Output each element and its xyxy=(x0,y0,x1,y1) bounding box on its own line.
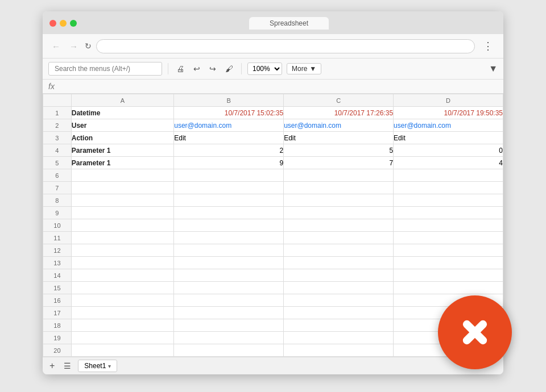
print-button[interactable]: 🖨 xyxy=(174,63,187,74)
cell-c[interactable] xyxy=(284,319,394,332)
col-header-a[interactable]: A xyxy=(71,94,173,107)
cell-d[interactable] xyxy=(394,244,503,257)
cell-b[interactable]: 9 xyxy=(174,157,284,169)
zoom-select[interactable]: 100% 75% 50% 125% 150% xyxy=(247,62,282,75)
cell-a[interactable] xyxy=(71,207,173,219)
cell-c[interactable]: 7 xyxy=(284,157,394,169)
cell-b[interactable] xyxy=(174,219,284,232)
cell-d[interactable]: Edit xyxy=(394,132,503,144)
minimize-dot[interactable] xyxy=(60,20,67,27)
cell-a[interactable] xyxy=(71,232,173,244)
maximize-dot[interactable] xyxy=(70,20,77,27)
cell-b[interactable] xyxy=(174,269,284,282)
paint-format-button[interactable]: 🖌 xyxy=(223,63,235,74)
cell-b[interactable] xyxy=(174,307,284,319)
cell-a[interactable] xyxy=(71,344,173,357)
cell-b[interactable] xyxy=(174,194,284,207)
cell-b[interactable] xyxy=(174,244,284,257)
cell-a[interactable] xyxy=(71,319,173,332)
cell-c[interactable] xyxy=(284,207,394,219)
cell-b[interactable]: 10/7/2017 15:02:35 xyxy=(174,107,284,119)
cell-a[interactable] xyxy=(71,169,173,182)
error-close-button[interactable] xyxy=(438,295,512,369)
cell-b[interactable] xyxy=(174,282,284,294)
cell-c[interactable]: user@domain.com xyxy=(284,119,394,132)
cell-a[interactable] xyxy=(71,294,173,307)
col-header-b[interactable]: B xyxy=(174,94,284,107)
cell-b[interactable] xyxy=(174,169,284,182)
cell-b[interactable] xyxy=(174,319,284,332)
cell-b[interactable]: 2 xyxy=(174,144,284,157)
cell-d[interactable] xyxy=(394,169,503,182)
cell-c[interactable] xyxy=(284,332,394,344)
cell-a[interactable] xyxy=(71,244,173,257)
cell-c[interactable] xyxy=(284,344,394,357)
cell-b[interactable] xyxy=(174,344,284,357)
cell-c[interactable] xyxy=(284,169,394,182)
cell-d[interactable] xyxy=(394,219,503,232)
more-dropdown-button[interactable]: More ▼ xyxy=(287,63,321,74)
col-header-c[interactable]: C xyxy=(284,94,394,107)
collapse-toolbar-button[interactable]: ▼ xyxy=(489,64,498,74)
cell-c[interactable] xyxy=(284,282,394,294)
cell-a[interactable]: User xyxy=(71,119,173,132)
cell-c[interactable] xyxy=(284,307,394,319)
cell-c[interactable] xyxy=(284,232,394,244)
redo-button[interactable]: ↪ xyxy=(207,63,218,74)
cell-d[interactable] xyxy=(394,194,503,207)
cell-c[interactable] xyxy=(284,182,394,194)
cell-c[interactable] xyxy=(284,269,394,282)
cell-a[interactable] xyxy=(71,257,173,269)
cell-c[interactable] xyxy=(284,294,394,307)
cell-d[interactable]: 10/7/2017 19:50:35 xyxy=(394,107,503,119)
formula-input[interactable] xyxy=(59,82,498,91)
cell-a[interactable] xyxy=(71,219,173,232)
cell-b[interactable] xyxy=(174,294,284,307)
cell-c[interactable]: Edit xyxy=(284,132,394,144)
cell-a[interactable] xyxy=(71,307,173,319)
cell-a[interactable]: Parameter 1 xyxy=(71,144,173,157)
cell-b[interactable] xyxy=(174,182,284,194)
cell-a[interactable] xyxy=(71,332,173,344)
cell-a[interactable]: Parameter 1 xyxy=(71,157,173,169)
cell-d[interactable]: 0 xyxy=(394,144,503,157)
cell-b[interactable] xyxy=(174,207,284,219)
cell-a[interactable] xyxy=(71,194,173,207)
cell-a[interactable] xyxy=(71,269,173,282)
cell-c[interactable] xyxy=(284,257,394,269)
cell-c[interactable] xyxy=(284,244,394,257)
cell-d[interactable]: 4 xyxy=(394,157,503,169)
cell-b[interactable]: user@domain.com xyxy=(174,119,284,132)
cell-a[interactable]: Datetime xyxy=(71,107,173,119)
undo-button[interactable]: ↩ xyxy=(191,63,202,74)
browser-more-button[interactable]: ⋮ xyxy=(479,39,497,53)
sheet-tab-sheet1[interactable]: Sheet1 ▾ xyxy=(78,360,117,372)
add-sheet-button[interactable]: + xyxy=(47,360,57,372)
cell-b[interactable] xyxy=(174,332,284,344)
close-dot[interactable] xyxy=(49,20,56,27)
cell-d[interactable] xyxy=(394,282,503,294)
back-button[interactable]: ← xyxy=(49,40,63,52)
cell-a[interactable] xyxy=(71,282,173,294)
cell-a[interactable]: Action xyxy=(71,132,173,144)
cell-d[interactable]: user@domain.com xyxy=(394,119,503,132)
cell-a[interactable] xyxy=(71,182,173,194)
cell-d[interactable] xyxy=(394,257,503,269)
cell-c[interactable] xyxy=(284,219,394,232)
cell-d[interactable] xyxy=(394,182,503,194)
cell-c[interactable]: 10/7/2017 17:26:35 xyxy=(284,107,394,119)
cell-d[interactable] xyxy=(394,207,503,219)
cell-b[interactable]: Edit xyxy=(174,132,284,144)
search-menus-input[interactable] xyxy=(48,62,162,76)
col-header-d[interactable]: D xyxy=(394,94,503,107)
cell-b[interactable] xyxy=(174,232,284,244)
cell-d[interactable] xyxy=(394,232,503,244)
url-bar[interactable] xyxy=(96,39,475,53)
cell-c[interactable] xyxy=(284,194,394,207)
cell-c[interactable]: 5 xyxy=(284,144,394,157)
refresh-button[interactable]: ↻ xyxy=(85,41,92,51)
forward-button[interactable]: → xyxy=(67,40,80,52)
sheets-list-button[interactable]: ☰ xyxy=(61,360,73,372)
cell-d[interactable] xyxy=(394,269,503,282)
cell-b[interactable] xyxy=(174,257,284,269)
